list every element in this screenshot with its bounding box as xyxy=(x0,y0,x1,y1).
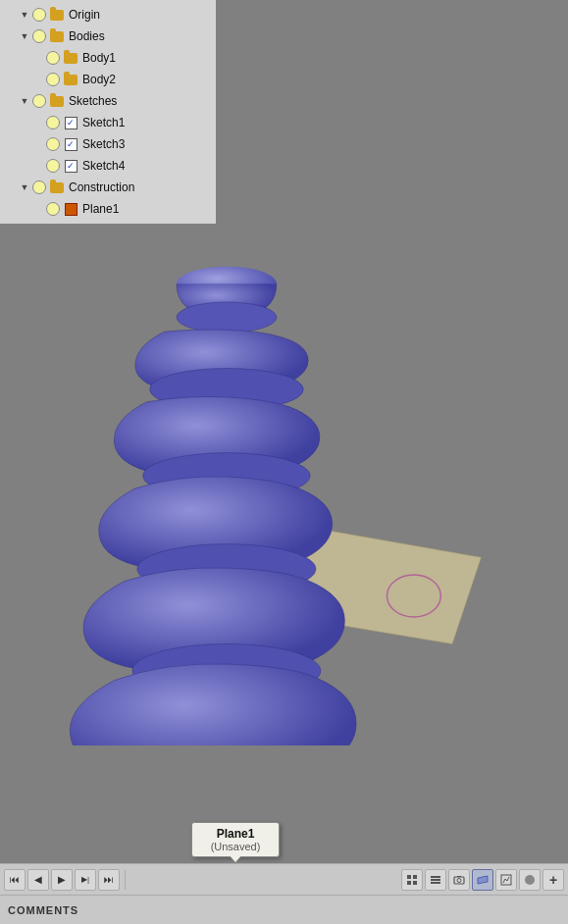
light-icon-origin xyxy=(31,7,47,23)
folder-icon-body1 xyxy=(63,50,78,66)
playback-end-button[interactable]: ⏭ xyxy=(98,869,120,891)
timeline-icons: + xyxy=(401,869,564,891)
tree-label-origin: Origin xyxy=(69,8,100,22)
tooltip-popup: Plane1 (Unsaved) xyxy=(191,822,280,857)
tree-label-sketch4: Sketch4 xyxy=(82,159,125,173)
svg-point-17 xyxy=(457,878,461,882)
sketch-icon-sketch4 xyxy=(63,158,78,174)
folder-icon-sketches xyxy=(49,93,65,109)
tree-label-body1: Body1 xyxy=(82,51,116,65)
light-icon-body2 xyxy=(45,72,61,87)
folder-icon-construction xyxy=(49,180,65,195)
tree-arrow-bodies[interactable] xyxy=(18,31,31,41)
tree-item-sketch3[interactable]: Sketch3 xyxy=(0,133,216,155)
tooltip-subtitle: (Unsaved) xyxy=(200,841,271,852)
comments-label: COMMENTS xyxy=(8,904,78,916)
folder-icon-bodies xyxy=(49,28,65,44)
svg-point-3 xyxy=(177,302,277,333)
light-icon-sketch1 xyxy=(45,115,61,130)
svg-rect-13 xyxy=(431,876,440,878)
playbar-separator xyxy=(125,870,126,890)
svg-marker-18 xyxy=(478,876,488,884)
playback-bar: ⏮ ◀ ▶ ▶| ⏭ + xyxy=(0,863,568,895)
svg-rect-11 xyxy=(407,881,411,885)
light-icon-body1 xyxy=(45,50,61,66)
tree-label-body2: Body2 xyxy=(82,73,116,86)
svg-rect-14 xyxy=(431,879,440,881)
folder-icon-body2 xyxy=(63,72,78,87)
light-icon-sketch4 xyxy=(45,158,61,174)
svg-rect-9 xyxy=(407,875,411,879)
svg-rect-12 xyxy=(413,881,417,885)
tree-label-bodies: Bodies xyxy=(69,29,105,43)
3d-model xyxy=(39,216,500,745)
tree-item-sketch4[interactable]: Sketch4 xyxy=(0,155,216,177)
tooltip-title: Plane1 xyxy=(200,827,271,841)
timeline-icon-plane-active[interactable] xyxy=(472,869,493,891)
tree-item-sketch1[interactable]: Sketch1 xyxy=(0,112,216,133)
svg-rect-15 xyxy=(431,882,440,884)
status-bar: COMMENTS xyxy=(0,895,568,924)
tree-item-plane1[interactable]: Plane1 xyxy=(0,198,216,220)
playback-start-button[interactable]: ⏮ xyxy=(4,869,26,891)
playback-prev-button[interactable]: ◀ xyxy=(27,869,49,891)
timeline-icon-sketch[interactable] xyxy=(495,869,517,891)
sketch-icon-sketch1 xyxy=(63,115,78,130)
playback-next-button[interactable]: ▶| xyxy=(75,869,96,891)
tree-item-body1[interactable]: Body1 xyxy=(0,47,216,69)
tree-arrow-origin[interactable] xyxy=(18,10,31,20)
light-icon-sketches xyxy=(31,93,47,109)
tree-arrow-sketches[interactable] xyxy=(18,96,31,106)
svg-point-20 xyxy=(525,875,535,885)
tree-item-sketches[interactable]: Sketches xyxy=(0,90,216,112)
light-icon-construction xyxy=(31,180,47,195)
light-icon-plane1 xyxy=(45,201,61,217)
timeline-icon-list[interactable] xyxy=(425,869,446,891)
svg-rect-10 xyxy=(413,875,417,879)
tree-label-sketch3: Sketch3 xyxy=(82,137,125,151)
light-icon-bodies xyxy=(31,28,47,44)
tree-item-origin[interactable]: Origin xyxy=(0,4,216,26)
tree-item-bodies[interactable]: Bodies xyxy=(0,26,216,47)
tree-item-body2[interactable]: Body2 xyxy=(0,69,216,90)
tree-arrow-construction[interactable] xyxy=(18,182,31,192)
timeline-icon-grid[interactable] xyxy=(401,869,423,891)
folder-icon-origin xyxy=(49,7,65,23)
timeline-icon-add[interactable]: + xyxy=(542,869,564,891)
tree-item-construction[interactable]: Construction xyxy=(0,177,216,198)
plane-icon-plane1 xyxy=(63,201,78,217)
tree-label-construction: Construction xyxy=(69,180,134,194)
tree-panel: Origin Bodies Body1 Body2 Sketches Sketc… xyxy=(0,0,216,224)
tree-label-sketch1: Sketch1 xyxy=(82,116,125,129)
tree-label-sketches: Sketches xyxy=(69,94,117,108)
sketch-icon-sketch3 xyxy=(63,136,78,152)
timeline-icon-camera[interactable] xyxy=(448,869,470,891)
tree-label-plane1: Plane1 xyxy=(82,202,119,216)
timeline-icon-solid[interactable] xyxy=(519,869,541,891)
light-icon-sketch3 xyxy=(45,136,61,152)
playback-play-button[interactable]: ▶ xyxy=(51,869,73,891)
